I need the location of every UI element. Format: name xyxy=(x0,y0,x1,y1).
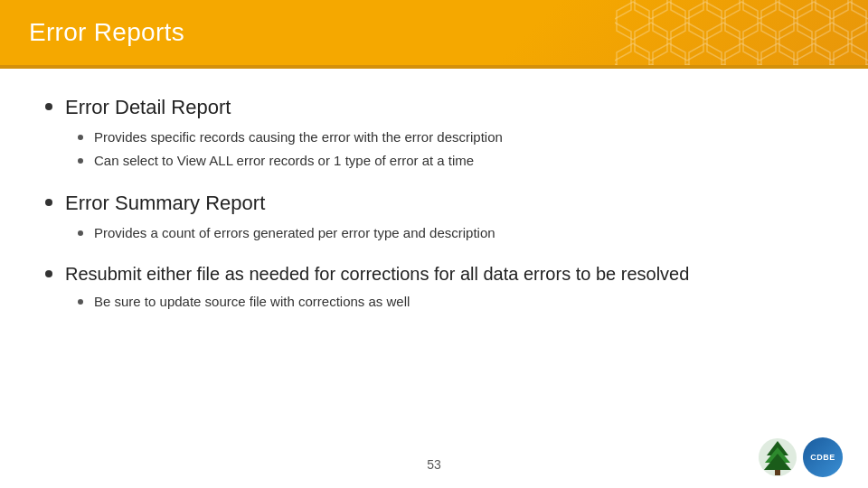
sub-bullets-resubmit: Be sure to update source file with corre… xyxy=(78,292,832,313)
minor-bullet-1-1: Provides specific records causing the er… xyxy=(78,127,832,148)
major-bullet-error-detail: Error Detail Report xyxy=(45,94,832,122)
bullet-dot-1 xyxy=(45,103,52,110)
bullet-dot-2 xyxy=(45,199,52,206)
minor-dot-1-2 xyxy=(78,158,83,164)
cdbe-badge: CDBE xyxy=(803,437,843,477)
minor-bullet-1-2: Can select to View ALL error records or … xyxy=(78,151,832,172)
minor-dot-3-1 xyxy=(78,299,83,305)
minor-bullet-2-1: Provides a count of errors generated per… xyxy=(78,223,832,244)
sub-bullets-error-detail: Provides specific records causing the er… xyxy=(78,127,832,172)
minor-label-1-2: Can select to View ALL error records or … xyxy=(94,151,474,172)
section-error-summary: Error Summary Report Provides a count of… xyxy=(45,190,832,243)
minor-dot-1-1 xyxy=(78,135,83,140)
footer: 53 xyxy=(0,457,868,472)
minor-label-1-1: Provides specific records causing the er… xyxy=(94,127,503,148)
section-resubmit: Resubmit either file as needed for corre… xyxy=(45,261,832,313)
section-error-detail: Error Detail Report Provides specific re… xyxy=(45,94,832,172)
minor-label-3-1: Be sure to update source file with corre… xyxy=(94,292,410,313)
minor-label-2-1: Provides a count of errors generated per… xyxy=(94,223,495,244)
sub-bullets-error-summary: Provides a count of errors generated per… xyxy=(78,223,832,244)
svg-rect-8 xyxy=(775,470,780,475)
slide: Error Reports Error Detail Report xyxy=(0,0,868,488)
bullet-dot-3 xyxy=(45,270,52,277)
svg-rect-3 xyxy=(615,0,868,65)
minor-dot-2-1 xyxy=(78,230,83,236)
logo-area: CDBE xyxy=(758,437,843,477)
major-bullet-error-summary: Error Summary Report xyxy=(45,190,832,218)
page-number: 53 xyxy=(427,457,441,472)
page-title: Error Reports xyxy=(29,18,184,47)
major-label-error-detail: Error Detail Report xyxy=(65,94,231,122)
minor-bullet-3-1: Be sure to update source file with corre… xyxy=(78,292,832,313)
major-bullet-resubmit: Resubmit either file as needed for corre… xyxy=(45,261,832,286)
major-label-resubmit: Resubmit either file as needed for corre… xyxy=(65,261,689,286)
content-area: Error Detail Report Provides specific re… xyxy=(0,69,868,349)
major-label-error-summary: Error Summary Report xyxy=(65,190,265,218)
header-bar: Error Reports xyxy=(0,0,868,65)
honeycomb-decoration xyxy=(615,0,868,65)
colorado-tree-logo xyxy=(758,437,797,477)
